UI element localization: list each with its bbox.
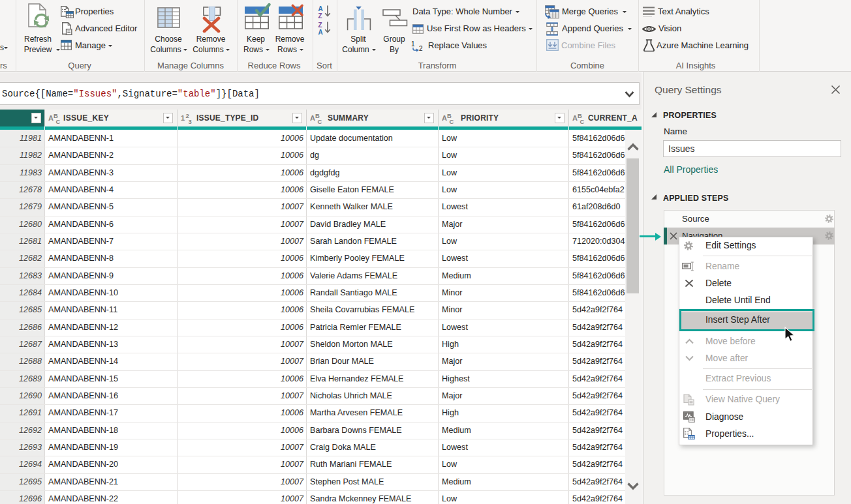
svg-text:A: A <box>310 114 315 122</box>
svg-text:C: C <box>580 118 585 125</box>
svg-text:1: 1 <box>411 40 415 48</box>
svg-text:Z: Z <box>318 12 322 19</box>
svg-text:C: C <box>318 118 322 125</box>
svg-text:1: 1 <box>181 114 185 122</box>
svg-text:Z: Z <box>318 22 322 29</box>
svg-text:A: A <box>442 114 447 122</box>
svg-text:A: A <box>48 114 54 122</box>
svg-text:C: C <box>450 118 454 125</box>
svg-text:2: 2 <box>419 45 423 52</box>
svg-text:C: C <box>56 118 61 125</box>
svg-text:A: A <box>572 114 578 122</box>
svg-text:A: A <box>318 5 323 12</box>
svg-text:3: 3 <box>189 118 192 125</box>
